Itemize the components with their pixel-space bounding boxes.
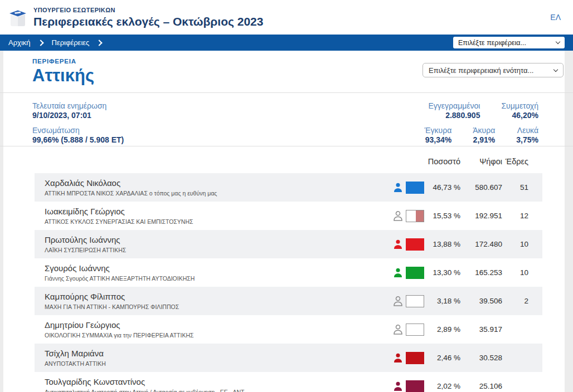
person-icon — [393, 352, 403, 364]
candidate-name: Τουλγαρίδης Κωνσταντίνος — [45, 377, 389, 386]
candidate-name: Χαρδαλιάς Νικόλαος — [45, 178, 389, 188]
party-name: Γιάννης Σγουρός ΑΤΤΙΚΗ ΑΝΕΞΑΡΤΗΤΗ ΑΥΤΟΔΙ… — [45, 275, 389, 282]
party-flag — [406, 324, 424, 336]
votes-value: 25.106 — [460, 382, 502, 390]
seats-value: 2 — [502, 297, 528, 305]
registered: Εγγεγραμμένοι 2.880.905 — [429, 101, 480, 120]
votes-value: 35.917 — [460, 325, 502, 334]
breadcrumb-home[interactable]: Αρχική — [8, 38, 31, 47]
candidate-info: Σγουρός Ιωάννης Γιάννης Σγουρός ΑΤΤΙΚΗ Α… — [45, 263, 393, 282]
chevron-down-icon — [553, 67, 558, 71]
percent-value: 2,02 % — [424, 382, 460, 390]
candidate-row[interactable]: Σγουρός Ιωάννης Γιάννης Σγουρός ΑΤΤΙΚΗ Α… — [35, 258, 542, 287]
seats-value: 10 — [502, 268, 528, 277]
candidate-info: Καμπούρης Φίλιππος ΜΑΧΗ ΓΙΑ ΤΗΝ ΑΤΤΙΚΗ -… — [45, 292, 393, 310]
candidate-row[interactable]: Δημητρίου Γεώργιος ΟΙΚΟΛΟΓΙΚΗ ΣΥΜΜΑΧΙΑ γ… — [35, 315, 542, 344]
blank-value: 3,75% — [516, 135, 538, 145]
header-text: ΥΠΟΥΡΓΕΙΟ ΕΣΩΤΕΡΙΚΩΝ Περιφερειακές εκλογ… — [33, 7, 263, 28]
breadcrumb-bar: Αρχική Περιφέρειες Επιλέξτε περιφέρεια..… — [0, 35, 573, 51]
person-icon — [393, 267, 403, 278]
candidate-info: Δημητρίου Γεώργιος ΟΙΚΟΛΟΓΙΚΗ ΣΥΜΜΑΧΙΑ γ… — [45, 320, 393, 339]
candidate-name: Πρωτούλης Ιωάννης — [45, 235, 389, 244]
party-flag — [406, 380, 424, 392]
votes-value: 580.607 — [460, 183, 502, 192]
candidate-icon — [393, 295, 424, 307]
votes-value: 30.528 — [460, 354, 502, 362]
candidate-row[interactable]: Πρωτούλης Ιωάννης ΛΑΪΚΗ ΣΥΣΠΕΙΡΩΣΗ ΑΤΤΙΚ… — [35, 230, 542, 258]
candidate-info: Τσίχλη Μαριάνα ΑΝΥΠΟΤΑΚΤΗ ΑΤΤΙΚΗ — [45, 349, 393, 367]
candidate-row[interactable]: Καμπούρης Φίλιππος ΜΑΧΗ ΓΙΑ ΤΗΝ ΑΤΤΙΚΗ -… — [35, 287, 542, 315]
registered-value: 2.880.905 — [445, 111, 480, 120]
chevron-right-icon — [37, 40, 43, 46]
candidate-info: Χαρδαλιάς Νικόλαος ΑΤΤΙΚΗ ΜΠΡΟΣΤΑ ΝΙΚΟΣ … — [45, 178, 393, 197]
seats-value: 51 — [502, 183, 528, 192]
valid-label: Έγκυρα — [425, 126, 452, 135]
percent-value: 13,88 % — [424, 240, 460, 248]
candidate-name: Καμπούρης Φίλιππος — [45, 292, 389, 301]
breadcrumb-regions[interactable]: Περιφέρειες — [52, 38, 90, 47]
party-name: Αντικαπιταλιστική Ανατροπή στην Αττική /… — [45, 389, 389, 392]
candidate-row[interactable]: Τουλγαρίδης Κωνσταντίνος Αντικαπιταλιστι… — [35, 372, 542, 392]
turnout: Συμμετοχή 46,20% — [501, 101, 538, 120]
language-switcher[interactable]: ΕΛ — [550, 13, 561, 22]
header-votes: Ψήφοι — [460, 157, 502, 166]
party-flag — [406, 267, 424, 279]
election-results-page: ΥΠΟΥΡΓΕΙΟ ΕΣΩΤΕΡΙΚΩΝ Περιφερειακές εκλογ… — [0, 0, 573, 392]
candidate-icon — [393, 238, 424, 251]
candidate-row[interactable]: Τσίχλη Μαριάνα ΑΝΥΠΟΤΑΚΤΗ ΑΤΤΙΚΗ 2,46 % … — [35, 344, 542, 372]
blank-votes: Λευκά 3,75% — [516, 126, 538, 145]
header-percent: Ποσοστό — [393, 157, 460, 166]
candidate-row[interactable]: Ιωακειμίδης Γεώργιος ΑΤΤΙΚΟΣ ΚΥΚΛΟΣ ΣΥΝΕ… — [35, 202, 542, 230]
site-header: ΥΠΟΥΡΓΕΙΟ ΕΣΩΤΕΡΙΚΩΝ Περιφερειακές εκλογ… — [0, 0, 573, 35]
registered-label: Εγγεγραμμένοι — [429, 101, 480, 111]
party-name: ΑΤΤΙΚΗ ΜΠΡΟΣΤΑ ΝΙΚΟΣ ΧΑΡΔΑΛΙΑΣ ο τόπος μ… — [45, 190, 389, 197]
invalid-value: 2,91% — [473, 135, 496, 145]
candidate-icon — [393, 210, 424, 222]
votes-value: 39.506 — [460, 297, 502, 305]
candidate-name: Ιωακειμίδης Γεώργιος — [45, 207, 389, 216]
candidate-icon — [393, 352, 424, 364]
chevron-right-icon — [96, 40, 103, 46]
candidate-row[interactable]: Χαρδαλιάς Νικόλαος ΑΤΤΙΚΗ ΜΠΡΟΣΤΑ ΝΙΚΟΣ … — [35, 173, 542, 202]
party-flag — [406, 352, 424, 364]
candidate-icon — [393, 380, 424, 392]
candidate-name: Δημητρίου Γεώργιος — [45, 320, 389, 330]
invalid-votes: Άκυρα 2,91% — [473, 126, 495, 145]
percent-value: 2,89 % — [424, 325, 460, 334]
stats-line-1: Εγγεγραμμένοι 2.880.905 Συμμετοχή 46,20% — [407, 101, 538, 120]
percent-value: 13,30 % — [424, 268, 460, 277]
invalid-label: Άκυρα — [473, 126, 495, 135]
candidate-info: Ιωακειμίδης Γεώργιος ΑΤΤΙΚΟΣ ΚΥΚΛΟΣ ΣΥΝΕ… — [45, 207, 393, 225]
results-table-header: Ποσοστό Ψήφοι Έδρες — [35, 155, 542, 168]
blank-label: Λευκά — [517, 126, 538, 135]
results-rows: Χαρδαλιάς Νικόλαος ΑΤΤΙΚΗ ΜΠΡΟΣΤΑ ΝΙΚΟΣ … — [35, 173, 542, 392]
stats-line-2: Έγκυρα 93,34% Άκυρα 2,91% Λευκά 3,75% — [404, 126, 538, 145]
person-icon — [393, 210, 403, 222]
candidate-name: Τσίχλη Μαριάνα — [45, 349, 389, 358]
party-name: ΑΤΤΙΚΟΣ ΚΥΚΛΟΣ ΣΥΝΕΡΓΑΣΙΑΣ ΚΑΙ ΕΜΠΙΣΤΟΣΥ… — [45, 218, 389, 225]
candidate-info: Πρωτούλης Ιωάννης ΛΑΪΚΗ ΣΥΣΠΕΙΡΩΣΗ ΑΤΤΙΚ… — [45, 235, 393, 253]
person-icon — [393, 324, 403, 335]
party-name: ΟΙΚΟΛΟΓΙΚΗ ΣΥΜΜΑΧΙΑ για την ΠΕΡΙΦΕΡΕΙΑ Α… — [45, 332, 389, 339]
ballot-box-logo[interactable] — [7, 7, 28, 29]
chevron-down-icon — [556, 40, 560, 44]
region-title-section: ΠΕΡΙΦΕΡΕΙΑ Αττικής Επιλέξτε περιφερειακή… — [0, 51, 573, 93]
party-name: ΑΝΥΠΟΤΑΚΤΗ ΑΤΤΙΚΗ — [45, 360, 389, 367]
region-select[interactable]: Επιλέξτε περιφέρεια... — [453, 37, 565, 48]
votes-value: 165.253 — [460, 268, 502, 277]
votes-value: 172.480 — [460, 240, 502, 248]
valid-votes: Έγκυρα 93,34% — [425, 126, 452, 145]
ministry-label: ΥΠΟΥΡΓΕΙΟ ΕΣΩΤΕΡΙΚΩΝ — [33, 7, 263, 13]
stats-right: Εγγεγραμμένοι 2.880.905 Συμμετοχή 46,20%… — [404, 101, 538, 150]
percent-value: 15,53 % — [424, 212, 460, 220]
percent-value: 46,73 % — [424, 183, 460, 192]
candidate-icon — [393, 324, 424, 336]
valid-value: 93,34% — [425, 135, 451, 145]
regional-unit-select[interactable]: Επιλέξτε περιφερειακή ενότητα... — [423, 63, 564, 77]
stats-section: Τελευταία ενημέρωση 9/10/2023, 07:01 Ενσ… — [0, 93, 573, 146]
candidate-icon — [393, 267, 424, 279]
party-flag — [406, 295, 424, 307]
turnout-label: Συμμετοχή — [501, 101, 538, 111]
candidate-icon — [393, 182, 424, 194]
party-flag — [406, 238, 424, 251]
